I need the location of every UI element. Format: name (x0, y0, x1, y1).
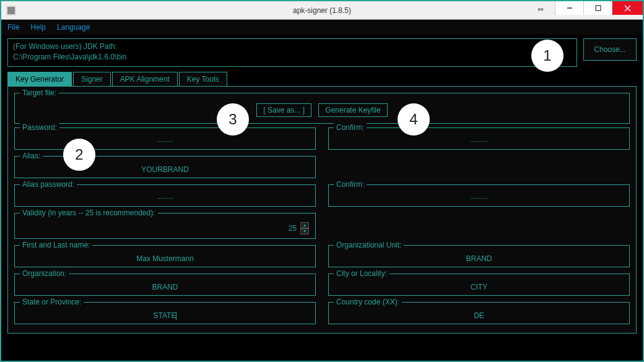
confirm-label: Confirm: (334, 123, 367, 132)
maximize-button[interactable] (583, 1, 612, 15)
alias-password-group: Alias password: (14, 184, 316, 207)
alias-password-input[interactable] (21, 194, 309, 202)
menu-language[interactable]: Language (57, 23, 90, 32)
country-group: Country code (XX): (328, 302, 630, 324)
state-group: State or Province: STATE (14, 302, 316, 324)
alias-input[interactable] (21, 165, 309, 174)
confirm-group: Confirm: (328, 127, 630, 150)
titlebar: apk-signer (1.8.5) ⇔ (1, 1, 643, 20)
country-label: Country code (XX): (334, 298, 402, 306)
validity-group: Validity (in years -- 25 is recommended)… (14, 213, 316, 239)
confirm-input[interactable] (335, 137, 623, 145)
jdk-path-box: (For Windows users) JDK Path: C:\Program… (7, 38, 577, 67)
tab-panel: Target file: [ Save as... ] Generate Key… (7, 86, 637, 334)
alias-password-label: Alias password: (20, 180, 77, 189)
confirm2-group: Confirm: (328, 184, 630, 207)
annotation-3: 3 (217, 103, 249, 136)
organization-group: Organization: (14, 274, 316, 296)
target-file-group: Target file: [ Save as... ] Generate Key… (14, 93, 630, 124)
annotation-2: 2 (63, 139, 95, 171)
choose-button[interactable]: Choose... (583, 38, 637, 61)
city-group: City or Locality: (328, 274, 630, 296)
tab-key-generator[interactable]: Key Generator (7, 72, 72, 86)
alias-group: Alias: (14, 156, 316, 178)
confirm2-input[interactable] (335, 194, 623, 202)
city-label: City or Locality: (334, 269, 389, 278)
annotation-1: 1 (531, 40, 564, 72)
jdk-path-label: (For Windows users) JDK Path: (13, 41, 572, 52)
menu-help[interactable]: Help (30, 23, 46, 32)
restore-icon[interactable]: ⇔ (537, 5, 544, 14)
tab-key-tools[interactable]: Key Tools (179, 72, 227, 86)
generate-keyfile-button[interactable]: Generate Keyfile (318, 103, 387, 117)
menu-file[interactable]: File (7, 23, 19, 32)
close-button[interactable] (612, 1, 643, 15)
annotation-4: 4 (398, 103, 430, 136)
validity-input[interactable] (21, 224, 299, 233)
state-input[interactable]: STATE (154, 311, 176, 320)
target-file-legend: Target file: (20, 88, 59, 97)
svg-rect-1 (7, 7, 15, 14)
text-cursor (176, 312, 176, 320)
password-group: Password: (14, 127, 316, 150)
save-as-button[interactable]: [ Save as... ] (256, 103, 311, 117)
orgunit-label: Organizational Unit: (334, 241, 404, 249)
name-label: First and Last name: (20, 241, 92, 249)
validity-spinner[interactable]: ▲ ▼ (300, 222, 309, 235)
password-input[interactable] (21, 137, 309, 145)
jdk-path-value: C:\Program Files\Java\jdk1.6.0\bin (13, 52, 572, 62)
spinner-up-icon[interactable]: ▲ (300, 222, 309, 228)
tab-signer[interactable]: Signer (73, 72, 111, 86)
city-input[interactable] (335, 283, 623, 291)
tab-apk-alignment[interactable]: APK Alignment (112, 72, 178, 86)
organization-input[interactable] (21, 283, 309, 291)
name-input[interactable] (21, 254, 309, 263)
svg-rect-3 (596, 6, 601, 11)
window-title: apk-signer (1.8.5) (293, 6, 351, 15)
state-label: State or Province: (20, 298, 84, 306)
confirm2-label: Confirm: (334, 180, 367, 189)
alias-label: Alias: (20, 152, 43, 160)
tab-bar: Key Generator Signer APK Alignment Key T… (7, 72, 637, 86)
organization-label: Organization: (20, 269, 69, 278)
app-icon (6, 6, 16, 15)
orgunit-group: Organizational Unit: (328, 245, 630, 267)
orgunit-input[interactable] (335, 254, 623, 263)
password-label: Password: (20, 123, 59, 132)
name-group: First and Last name: (14, 245, 316, 267)
country-input[interactable] (335, 311, 623, 320)
validity-label: Validity (in years -- 25 is recommended)… (20, 209, 158, 217)
minimize-button[interactable] (555, 1, 583, 15)
spinner-down-icon[interactable]: ▼ (300, 228, 309, 235)
menubar: File Help Language (1, 20, 643, 35)
